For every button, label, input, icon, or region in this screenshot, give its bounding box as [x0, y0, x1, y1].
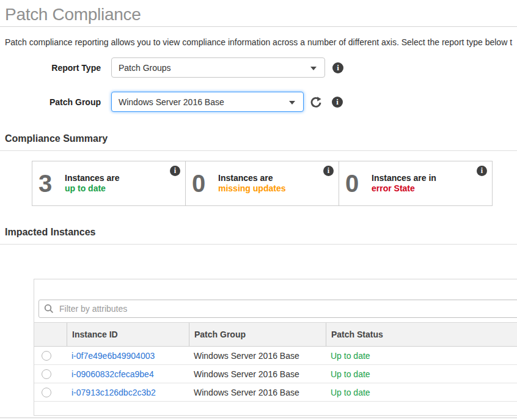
instance-id-link[interactable]: i-0f7e49e6b49904003 — [72, 351, 155, 361]
chevron-down-icon — [310, 67, 317, 70]
page-header: Patch Compliance — [0, 0, 517, 27]
patch-group-selected-value: Windows Server 2016 Base — [119, 97, 224, 107]
instance-id-link[interactable]: i-09060832cfeca9be4 — [72, 369, 154, 379]
patch-status-cell: Up to date — [326, 388, 517, 397]
patch-group-info-icon[interactable]: i — [332, 97, 343, 108]
report-form: Report Type Patch Groups i Patch Group W… — [0, 57, 517, 112]
table-row[interactable]: i-07913c126dbc2c3b2 Windows Server 2016 … — [34, 383, 517, 402]
row-radio-button[interactable] — [42, 351, 51, 361]
report-type-info-icon[interactable]: i — [332, 62, 343, 73]
table-row[interactable]: i-09060832cfeca9be4 Windows Server 2016 … — [34, 365, 517, 383]
patch-group-cell: Windows Server 2016 Base — [189, 388, 326, 397]
patch-status-cell: Up to date — [326, 369, 517, 379]
missing-updates-label: Instances are missing updates — [218, 173, 285, 194]
impacted-instances-heading: Impacted Instances — [5, 227, 517, 238]
summary-card-missing-updates: 0 Instances are missing updates i — [185, 161, 339, 205]
column-header-patch-status[interactable]: Patch Status — [326, 323, 517, 346]
missing-updates-info-icon[interactable]: i — [323, 166, 334, 176]
summary-card-up-to-date: 3 Instances are up to date i — [32, 161, 185, 205]
patch-status-cell: Up to date — [326, 351, 517, 361]
table-header: Instance ID Patch Group Patch Status — [34, 322, 517, 347]
patch-group-cell: Windows Server 2016 Base — [189, 369, 326, 379]
up-to-date-count: 3 — [38, 169, 57, 197]
up-to-date-info-icon[interactable]: i — [170, 166, 180, 176]
error-state-label: Instances are in error State — [372, 173, 436, 194]
row-radio-button[interactable] — [42, 369, 51, 379]
refresh-icon[interactable] — [309, 95, 323, 109]
compliance-summary-heading: Compliance Summary — [5, 133, 517, 144]
table-bottom-spacer — [34, 402, 517, 415]
instance-id-link[interactable]: i-07913c126dbc2c3b2 — [72, 388, 156, 397]
impacted-instances-section-head: Impacted Instances — [0, 227, 517, 245]
table-row[interactable]: i-0f7e49e6b49904003 Windows Server 2016 … — [34, 347, 517, 365]
patch-group-row: Patch Group Windows Server 2016 Base i — [0, 92, 517, 112]
filter-box[interactable] — [38, 300, 517, 318]
chevron-down-icon — [289, 101, 295, 105]
compliance-summary-cards: 3 Instances are up to date i 0 Instances… — [32, 161, 493, 206]
patch-group-select[interactable]: Windows Server 2016 Base — [111, 92, 304, 112]
patch-group-cell: Windows Server 2016 Base — [189, 351, 326, 361]
error-state-info-icon[interactable]: i — [477, 166, 487, 176]
report-type-label: Report Type — [0, 63, 101, 73]
error-state-count: 0 — [345, 169, 364, 197]
patch-group-label: Patch Group — [0, 97, 101, 107]
column-header-patch-group[interactable]: Patch Group — [189, 323, 326, 346]
compliance-summary-section-head: Compliance Summary — [0, 133, 517, 151]
summary-card-error-state: 0 Instances are in error State i — [339, 161, 492, 205]
filter-input[interactable] — [58, 303, 517, 314]
report-type-selected-value: Patch Groups — [119, 63, 171, 73]
impacted-instances-panel: Instance ID Patch Group Patch Status i-0… — [34, 279, 517, 416]
page-title: Patch Compliance — [5, 4, 517, 24]
bottom-divider — [0, 418, 517, 418]
select-column-header — [34, 323, 67, 346]
up-to-date-label: Instances are up to date — [65, 173, 120, 194]
report-type-select[interactable]: Patch Groups — [111, 57, 325, 78]
column-header-instance-id[interactable]: Instance ID — [67, 323, 189, 346]
report-type-row: Report Type Patch Groups i — [0, 57, 517, 78]
search-icon — [44, 304, 54, 314]
patch-compliance-page: Patch Compliance Patch compliance report… — [0, 0, 517, 418]
page-description: Patch compliance reporting allows you to… — [5, 37, 517, 47]
row-radio-button[interactable] — [42, 388, 51, 397]
missing-updates-count: 0 — [192, 169, 210, 197]
